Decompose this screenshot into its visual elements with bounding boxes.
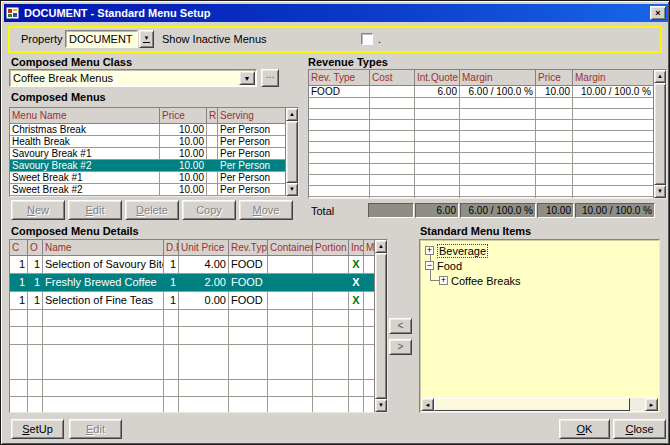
scroll-down-icon[interactable]: ▼	[654, 185, 666, 198]
move-button[interactable]: Move	[239, 200, 293, 220]
composed-menu-class-value: Coffee Break Menus	[10, 70, 256, 86]
scroll-down-icon[interactable]: ▼	[286, 183, 298, 196]
property-dropdown-button[interactable]: ▼	[139, 30, 154, 48]
col-inc: Inc	[349, 240, 364, 255]
portion-cell	[313, 274, 349, 291]
grid-line	[369, 98, 370, 198]
collapse-icon[interactable]: −	[425, 261, 434, 270]
menu-row[interactable]: Savoury Break #110.00Per Person	[10, 148, 285, 160]
revenue-types-table[interactable]: Rev. Type Cost Int.Quote Margin Price Ma…	[308, 69, 667, 199]
menu-row[interactable]: Christmas Break10.00Per Person	[10, 124, 285, 136]
grid-line	[459, 98, 460, 198]
col-cost: Cost	[370, 70, 415, 85]
scroll-down-icon[interactable]: ▼	[375, 399, 387, 412]
copy-button[interactable]: Copy	[182, 200, 236, 220]
name-cell: Selection of Savoury Bites	[43, 256, 164, 273]
inc-check-cell: X	[349, 274, 364, 291]
edit-button[interactable]: Edit	[68, 200, 122, 220]
scroll-up-icon[interactable]: ▲	[375, 240, 387, 253]
scroll-up-icon[interactable]: ▲	[654, 70, 666, 83]
scrollbar-thumb[interactable]	[286, 121, 298, 183]
total-int-quote: 6.00	[415, 203, 459, 218]
c-cell: 1	[10, 292, 28, 309]
scrollbar-thumb[interactable]	[375, 253, 387, 399]
app-icon	[6, 6, 20, 20]
tree-horizontal-scrollbar[interactable]: ◄ ►	[421, 398, 658, 411]
setup-button[interactable]: SetUp	[11, 419, 64, 439]
serving-cell: Per Person	[218, 172, 285, 183]
total-label: Total	[311, 205, 334, 217]
revenue-header: Rev. Type Cost Int.Quote Margin Price Ma…	[309, 70, 653, 86]
serving-cell: Per Person	[218, 184, 285, 195]
expand-icon[interactable]: +	[425, 246, 434, 255]
ok-button[interactable]: OK	[559, 419, 610, 439]
scroll-right-icon[interactable]: ►	[645, 398, 658, 411]
delete-button[interactable]: Delete	[125, 200, 179, 220]
tree-node-food[interactable]: − Food	[425, 259, 462, 272]
composed-menu-details-table[interactable]: C O Name D.F. Unit Price Rev.Typ Contain…	[9, 239, 388, 413]
rev-type-cell: FOOD	[229, 256, 268, 273]
edit-details-button[interactable]: Edit	[69, 419, 122, 439]
property-label: Property	[21, 33, 63, 45]
tree-node-beverage[interactable]: + Beverage	[425, 244, 488, 257]
transfer-left-button[interactable]: <	[389, 318, 412, 334]
menu-row[interactable]: Health Break10.00Per Person	[10, 136, 285, 148]
revenue-types-label: Revenue Types	[308, 56, 388, 68]
col-r: R	[207, 108, 218, 123]
margin-price-cell: 10.00 / 100.0 %	[573, 86, 653, 97]
menus-scrollbar[interactable]: ▲ ▼	[285, 108, 298, 196]
menu-row[interactable]: Sweet Break #110.00Per Person	[10, 172, 285, 184]
col-o: O	[28, 240, 43, 255]
browse-button[interactable]: ...	[261, 69, 279, 87]
menu-row[interactable]: Sweet Break #210.00Per Person	[10, 184, 285, 196]
scroll-left-icon[interactable]: ◄	[421, 398, 434, 411]
grid-line	[178, 310, 179, 412]
composed-menu-class-combo[interactable]: Coffee Break Menus ▼	[9, 69, 257, 87]
tree-node-coffee-breaks[interactable]: + Coffee Breaks	[439, 274, 521, 287]
grid-line	[27, 310, 28, 412]
transfer-right-button[interactable]: >	[389, 339, 412, 355]
details-scrollbar[interactable]: ▲ ▼	[374, 240, 387, 412]
price-cell: 10.00	[160, 124, 207, 135]
scrollbar-track[interactable]	[630, 398, 645, 411]
col-price: Price	[160, 108, 207, 123]
composed-menus-header: Menu Name Price R Serving	[10, 108, 285, 124]
price-cell: 10.00	[536, 86, 573, 97]
tree-node-label: Food	[437, 260, 462, 272]
unit-price-cell: 0.00	[179, 292, 229, 309]
composed-menus-table[interactable]: Menu Name Price R Serving Christmas Brea…	[9, 107, 299, 197]
inc-check-cell: X	[349, 256, 364, 273]
menu-row-selected[interactable]: Savoury Break #210.00Per Person	[10, 160, 285, 172]
detail-row-selected[interactable]: 11Freshly Brewed Coffee12.00FOODX	[10, 274, 374, 292]
menu-name-cell: Sweet Break #1	[10, 172, 160, 183]
title-bar[interactable]: DOCUMENT - Standard Menu Setup ×	[4, 4, 668, 22]
standard-menu-items-tree[interactable]: + Beverage − Food + Coffee Breaks ◄ ►	[419, 239, 660, 413]
close-dialog-button[interactable]: Close	[613, 419, 666, 439]
show-inactive-checkbox[interactable]	[361, 33, 373, 45]
serving-cell: Per Person	[218, 160, 285, 171]
price-cell: 10.00	[160, 172, 207, 183]
col-margin-price: Margin	[573, 70, 653, 85]
chevron-down-icon[interactable]: ▼	[239, 71, 255, 85]
new-button[interactable]: New	[11, 200, 65, 220]
container-cell	[268, 292, 313, 309]
expand-icon[interactable]: +	[439, 276, 448, 285]
m-cell	[364, 256, 374, 273]
scrollbar-thumb[interactable]	[654, 83, 666, 185]
revenue-scrollbar[interactable]: ▲ ▼	[653, 70, 666, 198]
menu-name-cell: Savoury Break #1	[10, 148, 160, 159]
revenue-row[interactable]: FOOD6.006.00 / 100.0 %10.0010.00 / 100.0…	[309, 86, 653, 98]
scroll-up-icon[interactable]: ▲	[286, 108, 298, 121]
scrollbar-thumb[interactable]	[434, 398, 630, 411]
detail-row[interactable]: 11Selection of Savoury Bites14.00FOODX	[10, 256, 374, 274]
price-cell: 10.00	[160, 148, 207, 159]
r-cell	[207, 172, 218, 183]
property-field[interactable]: DOCUMENT	[65, 30, 138, 48]
dropdown-icon: ▼	[143, 35, 151, 43]
close-button[interactable]: ×	[650, 6, 666, 20]
total-cost	[368, 203, 414, 218]
container-cell	[268, 274, 313, 291]
details-header: C O Name D.F. Unit Price Rev.Typ Contain…	[10, 240, 374, 256]
detail-row[interactable]: 11Selection of Fine Teas10.00FOODX	[10, 292, 374, 310]
col-container: Container	[268, 240, 313, 255]
